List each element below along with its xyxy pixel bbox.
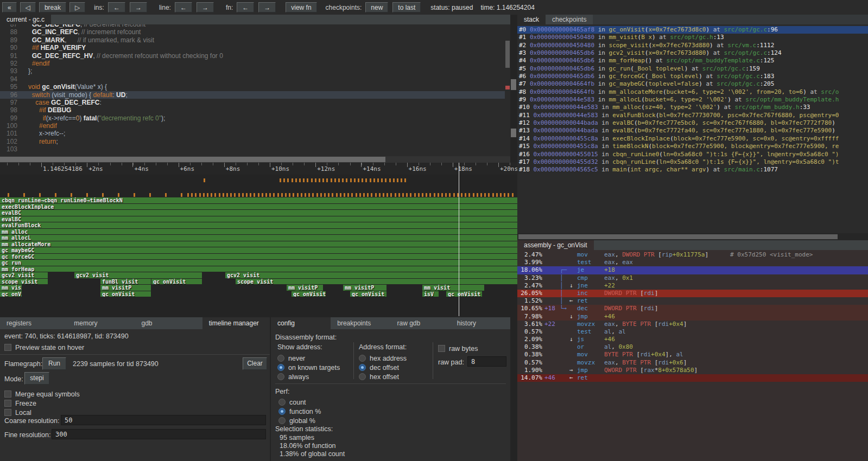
tab-gdb[interactable]: gdb [135, 317, 202, 329]
line-number[interactable]: 102 [0, 138, 21, 145]
source-line[interactable]: 91 GC_DEC_REFC_HV, // decrement refcount… [0, 52, 505, 60]
assembly-row[interactable]: 0.38%movBYTE PTR [rdi+0x4], al [517, 351, 868, 358]
tab-history[interactable]: history [451, 317, 510, 329]
source-line[interactable]: 88 GC_INC_REFC, // increment refcount [0, 28, 505, 36]
flame-bar[interactable]: evalBC [0, 210, 517, 216]
fn-back-button[interactable]: ← [237, 2, 254, 12]
mode-stepi-button[interactable]: stepi [24, 372, 49, 385]
stack-frame-row[interactable]: #7 0x00000000004664fb in gc_maybeGC(topl… [517, 80, 868, 88]
line-number[interactable]: 88 [0, 28, 21, 36]
coarse-resolution-input[interactable] [61, 415, 266, 425]
source-vertical-scrollbar[interactable] [505, 24, 510, 156]
assembly-row[interactable]: 26.05%│incDWORD PTR [rdi] [517, 290, 868, 297]
tab-config[interactable]: config [271, 317, 331, 329]
assembly-row[interactable]: 3.23%│cmpeax, 0x1 [517, 274, 868, 282]
source-line[interactable]: 95void gc_onVisit(Value* x) { [0, 83, 505, 91]
stack-frame-row[interactable]: #2 0x0000000000450480 in scope_visit(x=0… [517, 42, 868, 49]
line-number[interactable]: 92 [0, 60, 21, 67]
show-address-known-targets-radio[interactable] [277, 364, 284, 371]
assembly-row[interactable]: 2.09%↓js+46 [517, 336, 868, 343]
assembly-row[interactable]: 0.57%testal, al [517, 328, 868, 336]
assembly-row[interactable]: 1.90%→jmpQWORD PTR [rax*8+0x578a50] [517, 367, 868, 374]
source-line[interactable]: 87 GC_DEC_REFC, // decrement refcount [0, 24, 505, 28]
tab-assembly[interactable]: assembly - gc_onVisit [517, 240, 594, 250]
run-back-button[interactable]: ◁ [20, 2, 36, 12]
assembly-row[interactable]: 7.98%↓jmp+46 [517, 313, 868, 321]
scrollbar-thumb[interactable] [518, 234, 838, 239]
flame-bar[interactable]: scope_visit [236, 279, 517, 285]
line-number[interactable]: 91 [0, 52, 21, 60]
flamegraph-run-button[interactable]: Run [42, 357, 66, 370]
scrollbar-thumb[interactable] [0, 157, 385, 162]
flame-bar[interactable]: mm_visitP [287, 285, 323, 291]
source-line[interactable]: 94 [0, 75, 505, 83]
stack-frame-row[interactable]: #13 0x000000000044bada in evalBC(b=0x7fe… [517, 127, 868, 135]
source-line[interactable]: 89 GC_MARK, // if unmarked, mark & visit [0, 36, 505, 44]
tab-memory[interactable]: memory [67, 317, 135, 329]
address-format-hex-address-radio[interactable] [359, 355, 366, 362]
line-number[interactable]: 99 [0, 114, 21, 122]
flame-bar[interactable]: mm_visitP [100, 285, 151, 291]
scrollbar-thumb[interactable] [505, 41, 510, 68]
run-forward-button[interactable]: ▷ [69, 2, 85, 12]
flame-bar[interactable]: mm_visitP [343, 285, 387, 291]
tab-current-file[interactable]: current - gc.c [0, 15, 51, 24]
flame-bar[interactable]: gc_onVisit [350, 291, 387, 297]
tab-checkpoints[interactable]: checkpoints [546, 15, 593, 24]
stack-frame-row[interactable]: #14 0x0000000000455c8a in execBlockInpla… [517, 135, 868, 143]
stack-horizontal-scrollbar[interactable] [517, 233, 868, 240]
flame-bar[interactable]: mm_visit [0, 285, 22, 291]
flame-bar[interactable]: execBlockInplace [0, 204, 517, 210]
line-number[interactable]: 100 [0, 122, 21, 130]
stack-frame-row[interactable]: #1 0x0000000000450480 in mm_visit(B x) a… [517, 34, 868, 41]
flame-bar[interactable]: gcv2_visit [225, 272, 517, 278]
source-line[interactable]: 93}; [0, 67, 505, 75]
break-button[interactable]: break [39, 2, 66, 12]
line-number[interactable]: 98 [0, 106, 21, 114]
assembly-row[interactable]: 3.99%testeax, eax [517, 259, 868, 266]
freeze-checkbox[interactable] [4, 400, 11, 407]
assembly-row[interactable]: 2.47%│↓jne+22 [517, 282, 868, 290]
stack-frame-row[interactable]: #11 0x000000000044e583 in evalFunBlock(b… [517, 112, 868, 119]
flame-bar[interactable]: gcv2_visit [0, 272, 48, 278]
assembly-row[interactable]: 0.57%movzxeax, BYTE PTR [rdi+0x6] [517, 359, 868, 367]
jump-start-button[interactable]: « [2, 2, 17, 12]
timeline-cursor[interactable] [459, 163, 459, 316]
timeline-ruler[interactable]: 1.146254186+2ns+4ns+6ns+8ns+10ns+12ns+14… [0, 163, 517, 175]
flame-bar[interactable]: funBl_visit [100, 279, 151, 285]
stack-frame-row[interactable]: #16 0x0000000000455015 in cbqn_runLine0(… [517, 151, 868, 158]
view-fn-button[interactable]: view fn [286, 2, 316, 12]
line-number[interactable]: 94 [0, 75, 21, 83]
stack-frame-row[interactable]: #9 0x000000000044e583 in mm_allocL(bucke… [517, 96, 868, 104]
flame-bar[interactable]: gc_onVisit [100, 291, 151, 297]
flame-bar[interactable]: gc_onVisit [151, 279, 202, 285]
tab-raw-gdb[interactable]: raw gdb [391, 317, 451, 329]
ins-back-button[interactable]: ← [108, 2, 125, 12]
stack-frame-row[interactable]: #17 0x0000000000455d32 in cbqn_runLine(l… [517, 158, 868, 166]
flame-bar[interactable]: evalFunBlock [0, 222, 517, 228]
flame-bar[interactable]: evalBC [0, 216, 517, 222]
checkpoint-to-last-button[interactable]: to last [392, 2, 421, 12]
show-address-always-radio[interactable] [277, 373, 284, 380]
tab-timeline-manager[interactable]: timeline manager [202, 317, 270, 329]
line-number[interactable]: 96 [0, 91, 21, 99]
line-back-button[interactable]: ← [175, 2, 192, 12]
ins-forward-button[interactable]: → [130, 2, 147, 12]
flame-bar[interactable]: gc_onVisit [446, 291, 482, 297]
address-format-dec-offset-radio[interactable] [359, 364, 366, 371]
preview-state-checkbox[interactable] [4, 344, 11, 351]
stack-frame-row[interactable]: #8 0x00000000004664fb in mm_allocateMore… [517, 88, 868, 96]
flame-bar[interactable]: gcv2_visit [74, 272, 202, 278]
stack-frame-row[interactable]: #3 0x0000000000465db6 in gcv2_visit(x=0x… [517, 49, 868, 57]
raw-pad-input[interactable]: 8 [467, 356, 506, 367]
flame-bar[interactable]: gc_forceGC [0, 254, 517, 260]
perf-function-pct-radio[interactable] [278, 408, 286, 415]
flame-bar[interactable]: mm_forHeap [0, 266, 517, 272]
checkpoint-new-button[interactable]: new [365, 2, 388, 12]
stack-frame-row[interactable]: #6 0x0000000000465db6 in gc_forceGC(_Boo… [517, 73, 868, 80]
show-address-never-radio[interactable] [277, 355, 284, 362]
flame-bar[interactable]: mm_allocateMore [0, 241, 517, 247]
line-number[interactable]: 103 [0, 145, 21, 153]
flame-bar[interactable]: cbqn_runLine→cbqn_runLine0→timeBlockN [0, 197, 517, 203]
source-line[interactable]: 98 #if DEBUG [0, 106, 505, 114]
